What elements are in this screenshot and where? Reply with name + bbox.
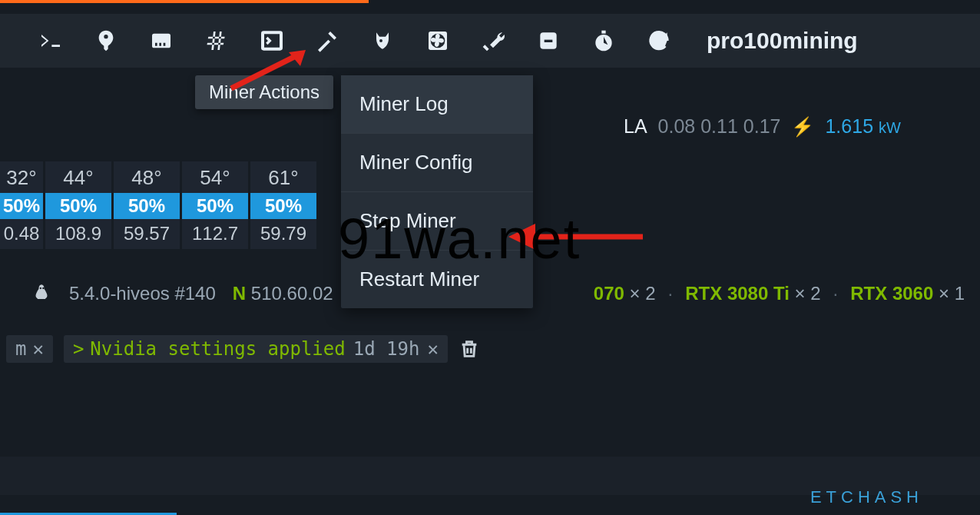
menu-item-miner-log[interactable]: Miner Log (341, 75, 533, 134)
la-label: LA (624, 115, 647, 138)
log-row: m ✕ > Nvidia settings applied 1d 19h ✕ (0, 332, 980, 366)
log-age: 1d 19h (353, 338, 420, 360)
gpu-model: 070 (594, 283, 624, 304)
gpu-fan: 50% (114, 193, 180, 219)
gpu-power: 59.57 (114, 219, 180, 249)
menu-item-stop-miner[interactable]: Stop Miner (341, 192, 533, 251)
gpu-model: RTX 3080 Ti (685, 283, 790, 304)
log-message: Nvidia settings applied (90, 338, 345, 360)
gpu-temp: 32° (0, 161, 43, 193)
gpu-tile[interactable]: 61° 50% 59.79 (250, 161, 316, 249)
log-age-suffix: m (15, 338, 26, 360)
rig-name: pro100mining (707, 28, 858, 54)
log-entry: > Nvidia settings applied 1d 19h ✕ (64, 335, 448, 363)
minimize-icon[interactable] (521, 22, 576, 60)
gpu-tile[interactable]: 54° 50% 112.7 (182, 161, 248, 249)
close-icon[interactable]: ✕ (32, 338, 43, 360)
gpu-tile[interactable]: 44° 50% 108.9 (45, 161, 111, 249)
svg-rect-1 (263, 32, 281, 48)
miner-actions-dropdown: Miner Log Miner Config Stop Miner Restar… (341, 75, 533, 308)
la-values: 0.08 0.11 0.17 (658, 115, 781, 138)
algorithm-label: ETCHASH (810, 487, 923, 507)
stopwatch-icon[interactable] (576, 22, 631, 60)
console-icon[interactable] (244, 22, 300, 60)
watchdog-icon[interactable] (355, 22, 410, 60)
gpu-temp: 48° (114, 161, 180, 193)
system-info-row: 5.4.0-hiveos #140 N 510.60.02 070 × 2 · … (31, 283, 965, 304)
kernel-version: 5.4.0-hiveos #140 (69, 283, 216, 304)
rocket-icon[interactable] (78, 22, 134, 60)
hash-icon[interactable] (189, 22, 244, 60)
load-average: LA 0.08 0.11 0.17 ⚡ 1.615 kW (624, 115, 901, 138)
menu-item-miner-config[interactable]: Miner Config (341, 134, 533, 192)
gpu-fan: 50% (250, 193, 316, 219)
gpu-model-list: 070 × 2 · RTX 3080 Ti × 2 · RTX 3060 × 1 (594, 283, 965, 304)
gpu-power: 59.79 (250, 219, 316, 249)
gpu-temp: 61° (250, 161, 316, 193)
gpu-tiles: 32° 50% 0.48 44° 50% 108.9 48° 50% 59.57… (0, 161, 316, 249)
svg-rect-5 (545, 40, 553, 42)
fan-icon[interactable] (410, 22, 465, 60)
trash-icon[interactable] (459, 338, 480, 360)
gpu-tile[interactable]: 48° 50% 59.57 (114, 161, 180, 249)
refresh-icon[interactable] (631, 22, 687, 60)
pickaxe-icon[interactable] (300, 22, 355, 60)
separator-dot: · (668, 283, 674, 304)
terminal-icon[interactable] (23, 22, 78, 60)
gpu-tile[interactable]: 32° 50% 0.48 (0, 161, 43, 249)
linux-icon (31, 283, 52, 304)
svg-rect-7 (601, 31, 605, 34)
gpu-power: 0.48 (0, 219, 43, 249)
toolbar: pro100mining (0, 14, 980, 68)
power-value: 1.615 kW (825, 115, 900, 138)
gpu-temp: 44° (45, 161, 111, 193)
gpu-temp: 54° (182, 161, 248, 193)
bolt-icon: ⚡ (791, 116, 814, 138)
log-entry-truncated: m ✕ (6, 335, 53, 363)
network-icon[interactable] (134, 22, 189, 60)
gpu-power: 108.9 (45, 219, 111, 249)
gpu-fan: 50% (45, 193, 111, 219)
nvidia-driver: N 510.60.02 (233, 283, 333, 304)
log-prompt: > (73, 338, 84, 360)
tools-icon[interactable] (465, 22, 521, 60)
gpu-power: 112.7 (182, 219, 248, 249)
gpu-fan: 50% (0, 193, 43, 219)
gpu-model: RTX 3060 (850, 283, 933, 304)
close-icon[interactable]: ✕ (427, 338, 438, 360)
separator-dot: · (833, 283, 839, 304)
gpu-fan: 50% (182, 193, 248, 219)
tooltip-miner-actions: Miner Actions (195, 75, 333, 109)
